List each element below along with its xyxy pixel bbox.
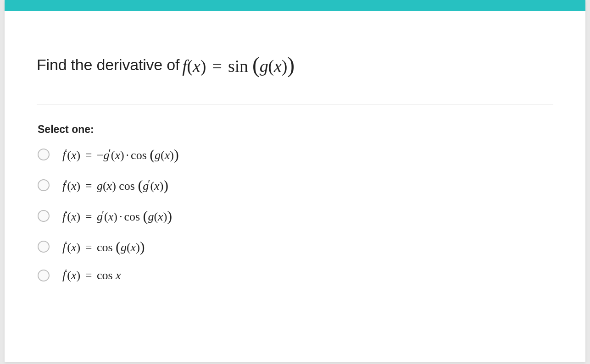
option-1-text: f′(x) = −g′(x)·cos (g(x)) [62, 146, 179, 163]
divider [37, 105, 553, 105]
radio-icon[interactable] [38, 179, 50, 191]
option-3[interactable]: f′(x) = g′(x)·cos (g(x)) [38, 207, 553, 224]
option-5-text: f′(x) = cos x [62, 269, 121, 282]
option-4[interactable]: f′(x) = cos (g(x)) [38, 238, 553, 255]
question-prompt-prefix: Find the derivative of [37, 56, 179, 74]
radio-icon[interactable] [38, 210, 50, 222]
radio-icon[interactable] [38, 149, 50, 160]
option-2[interactable]: f′(x) = g(x) cos (g′(x)) [38, 176, 553, 193]
accent-bar [5, 0, 585, 11]
select-one-label: Select one: [37, 123, 553, 136]
option-1[interactable]: f′(x) = −g′(x)·cos (g(x)) [38, 146, 553, 163]
question-expression: f(x) = sin (g(x)) [182, 52, 295, 77]
option-3-text: f′(x) = g′(x)·cos (g(x)) [62, 207, 172, 224]
option-2-text: f′(x) = g(x) cos (g′(x)) [62, 176, 168, 193]
option-5[interactable]: f′(x) = cos x [38, 269, 553, 282]
radio-icon[interactable] [38, 270, 50, 281]
question-text: Find the derivative of f(x) = sin (g(x)) [37, 52, 553, 77]
option-4-text: f′(x) = cos (g(x)) [62, 238, 145, 255]
radio-icon[interactable] [38, 241, 50, 253]
options-list: f′(x) = −g′(x)·cos (g(x)) f′(x) = g(x) c… [37, 146, 553, 282]
question-card: Find the derivative of f(x) = sin (g(x))… [5, 0, 585, 362]
question-area: Find the derivative of f(x) = sin (g(x))… [5, 11, 585, 301]
